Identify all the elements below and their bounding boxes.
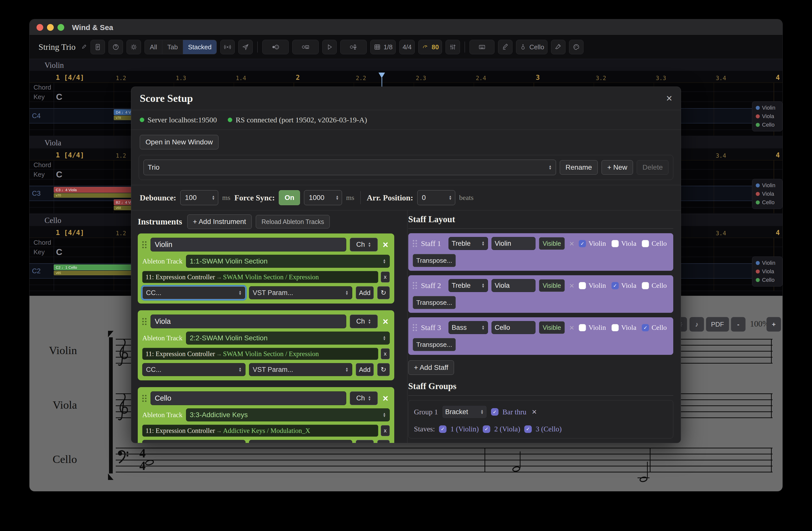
zoom-out-button[interactable]: -: [731, 317, 745, 332]
drag-handle-icon[interactable]: [413, 282, 417, 289]
visible-toggle[interactable]: Visible: [539, 321, 565, 334]
tempo-button[interactable]: 80: [418, 40, 442, 54]
transpose-button[interactable]: Transpose...: [413, 296, 456, 309]
visible-toggle[interactable]: Visible: [539, 237, 565, 250]
vst-param-select[interactable]: VST Param...▲▼: [249, 363, 352, 376]
clef-select[interactable]: Bass▲▼: [449, 321, 488, 334]
broadcast-button[interactable]: [220, 40, 235, 54]
group-staff-checkbox[interactable]: ✓: [524, 425, 532, 433]
add-mapping-button[interactable]: Add: [356, 440, 374, 443]
add-staff-button[interactable]: + Add Staff: [408, 360, 454, 375]
channel-select[interactable]: Ch▲▼: [350, 315, 378, 328]
remove-instrument-button[interactable]: ×: [381, 240, 390, 250]
remove-mapping-button[interactable]: x: [381, 348, 390, 359]
instrument-name-input[interactable]: [150, 238, 346, 251]
refresh-icon[interactable]: ↻: [377, 363, 390, 376]
record-mic-button[interactable]: [340, 40, 367, 54]
remove-staff-button[interactable]: ×: [568, 281, 575, 291]
remove-mapping-button[interactable]: x: [381, 425, 390, 436]
keyboard-button[interactable]: [469, 40, 494, 54]
drag-handle-icon[interactable]: [142, 395, 146, 402]
clef-select[interactable]: Treble▲▼: [449, 279, 488, 292]
open-in-new-window-button[interactable]: Open in New Window: [140, 135, 218, 149]
force-sync-toggle[interactable]: On: [279, 190, 300, 205]
remove-group-button[interactable]: ×: [532, 407, 537, 417]
velocity-chip[interactable]: v78: [114, 116, 132, 120]
assign-cello-checkbox[interactable]: ✓: [642, 324, 649, 331]
arr-position-stepper[interactable]: 0 ▲▼: [417, 190, 455, 205]
time-signature-button[interactable]: 4/4: [399, 40, 415, 54]
force-sync-stepper[interactable]: 1000 ▲▼: [304, 190, 342, 205]
assign-violin-checkbox[interactable]: ✓: [579, 240, 586, 247]
assign-violin-checkbox[interactable]: [579, 324, 586, 331]
remove-staff-button[interactable]: ×: [568, 323, 575, 333]
half-note[interactable]: [639, 476, 648, 483]
ableton-track-select[interactable]: 3:3-Addictive Keys▲▼: [186, 408, 390, 421]
cc-select[interactable]: CC...▲▼: [142, 286, 246, 299]
group-staff-checkbox[interactable]: ✓: [483, 425, 490, 433]
drag-handle-icon[interactable]: [142, 318, 146, 325]
settings-button[interactable]: [127, 40, 141, 54]
brush-button[interactable]: [551, 40, 566, 54]
transpose-button[interactable]: Transpose...: [413, 254, 456, 267]
instrument-name-input[interactable]: [150, 315, 346, 328]
vst-param-select[interactable]: VST Param...▲▼: [249, 286, 352, 299]
instrument-name-input[interactable]: [150, 391, 346, 405]
assign-cello-checkbox[interactable]: [642, 240, 649, 247]
refresh-icon[interactable]: ↻: [377, 286, 390, 299]
staff-name-input[interactable]: [492, 279, 536, 292]
pencil-button[interactable]: [498, 40, 512, 54]
close-window-button[interactable]: [37, 24, 43, 31]
score-note-button[interactable]: ♪: [690, 317, 704, 332]
timeline-ruler[interactable]: 1 [4/4]1.21.31.422.22.32.433.23.33.44: [29, 71, 783, 83]
record-piano-button[interactable]: [292, 40, 319, 54]
vst-param-select[interactable]: VST Param...▲▼: [249, 440, 352, 443]
note-clip[interactable]: D4 ♩4 Violin: [114, 109, 132, 115]
channel-select[interactable]: Ch▲▼: [350, 238, 378, 251]
staff-name-input[interactable]: [492, 237, 536, 250]
bar-thru-checkbox[interactable]: ✓: [491, 408, 498, 416]
assign-viola-checkbox[interactable]: [611, 240, 619, 247]
edit-project-name-icon[interactable]: [81, 44, 87, 50]
view-mode-stacked[interactable]: Stacked: [183, 40, 217, 54]
add-mapping-button[interactable]: Add: [356, 363, 374, 376]
drag-handle-icon[interactable]: [413, 324, 417, 331]
new-preset-button[interactable]: + New: [601, 160, 633, 174]
ableton-track-select[interactable]: 1:1-SWAM Violin Section▲▼: [186, 255, 390, 268]
minimize-window-button[interactable]: [47, 24, 54, 31]
record-midi-button[interactable]: [262, 40, 289, 54]
assign-cello-checkbox[interactable]: [642, 282, 649, 289]
drag-handle-icon[interactable]: [413, 240, 417, 247]
refresh-icon[interactable]: ↻: [377, 440, 390, 443]
pdf-export-button[interactable]: PDF: [706, 317, 729, 332]
assign-viola-checkbox[interactable]: [611, 324, 619, 331]
add-instrument-button[interactable]: + Add Instrument: [187, 214, 252, 229]
view-mode-tab[interactable]: Tab: [162, 40, 183, 54]
preset-select[interactable]: Trio ▲▼: [144, 160, 556, 175]
view-mode-all[interactable]: All: [145, 40, 162, 54]
bracket-select[interactable]: Bracket ▲▼: [442, 405, 487, 418]
grid-value-button[interactable]: 1/8: [370, 40, 396, 54]
play-button[interactable]: [322, 40, 337, 54]
clef-select[interactable]: Treble▲▼: [449, 237, 488, 250]
close-icon[interactable]: ×: [666, 93, 672, 103]
transpose-button[interactable]: Transpose...: [413, 338, 456, 351]
palette-button[interactable]: [569, 40, 583, 54]
delete-preset-button[interactable]: Delete: [637, 160, 668, 174]
remove-mapping-button[interactable]: x: [381, 271, 390, 282]
debounce-stepper[interactable]: 100 ▲▼: [180, 190, 218, 205]
group-staff-checkbox[interactable]: ✓: [439, 425, 447, 433]
cc-select[interactable]: CC...▲▼: [142, 440, 246, 443]
help-button[interactable]: [108, 40, 123, 54]
remove-instrument-button[interactable]: ×: [381, 394, 390, 403]
mixer-button[interactable]: [446, 40, 460, 54]
zoom-in-button[interactable]: +: [767, 317, 781, 332]
cc-select[interactable]: CC...▲▼: [142, 363, 246, 376]
channel-select[interactable]: Ch▲▼: [350, 391, 378, 405]
staff-name-input[interactable]: [492, 321, 536, 334]
remove-staff-button[interactable]: ×: [568, 239, 575, 249]
document-button[interactable]: [90, 40, 105, 54]
assign-viola-checkbox[interactable]: ✓: [611, 282, 619, 289]
drag-handle-icon[interactable]: [142, 241, 146, 248]
reload-ableton-tracks-button[interactable]: Reload Ableton Tracks: [256, 215, 330, 228]
